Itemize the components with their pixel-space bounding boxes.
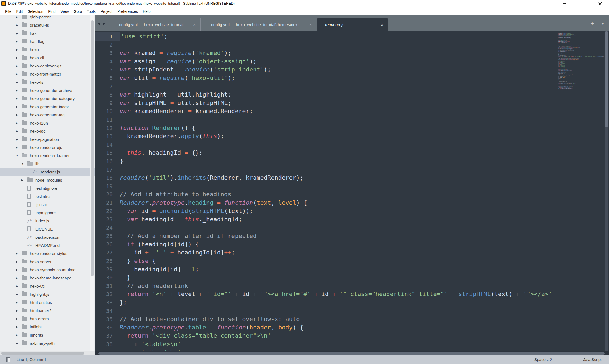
chevron-right-icon[interactable]: ▶	[16, 73, 22, 76]
menu-item-file[interactable]: File	[3, 8, 14, 15]
tree-item--eslintrc[interactable]: .eslintrc	[0, 192, 95, 200]
tab--config-yml-hexo-website-tutorial-themes-next[interactable]: _config.yml — hexo_website_tutorial\them…	[201, 18, 317, 31]
chevron-right-icon[interactable]: ▶	[16, 146, 22, 149]
chevron-down-icon[interactable]: ▼	[21, 162, 27, 165]
tab-close-icon[interactable]: ×	[303, 22, 312, 27]
menu-item-project[interactable]: Project	[98, 8, 115, 15]
tree-item-hexo-generator-archive[interactable]: ▶hexo-generator-archive	[0, 86, 95, 94]
tree-item-hexo-deployer-git[interactable]: ▶hexo-deployer-git	[0, 62, 95, 70]
tree-item-lib[interactable]: ▼lib	[0, 160, 95, 168]
chevron-right-icon[interactable]: ▶	[16, 317, 22, 320]
tree-item-index-js[interactable]: /*index.js	[0, 217, 95, 225]
tree-item-htmlparser2[interactable]: ▶htmlparser2	[0, 306, 95, 315]
tree-item-highlight-js[interactable]: ▶highlight.js	[0, 290, 95, 298]
tree-item-html-entities[interactable]: ▶html-entities	[0, 298, 95, 306]
tree-item-hexo-util[interactable]: ▶hexo-util	[0, 282, 95, 290]
tree-item-is-binary-path[interactable]: ▶is-binary-path	[0, 339, 95, 347]
menu-item-preferences[interactable]: Preferences	[115, 8, 140, 15]
sidebar-horizontal-scrollbar-thumb[interactable]	[1, 352, 84, 355]
tree-item-readme-md[interactable]: <>README.md	[0, 241, 95, 249]
tree-item-glob-parent[interactable]: ▶glob-parent	[0, 15, 95, 21]
menu-item-tools[interactable]: Tools	[84, 8, 98, 15]
chevron-right-icon[interactable]: ▶	[16, 334, 22, 337]
tree-item-hexo-pagination[interactable]: ▶hexo-pagination	[0, 135, 95, 143]
next-tab-arrow-icon[interactable]: ▶	[103, 21, 106, 26]
sidebar-vertical-scrollbar[interactable]	[90, 15, 94, 351]
tree-item-hexo-server[interactable]: ▶hexo-server	[0, 257, 95, 266]
chevron-right-icon[interactable]: ▶	[16, 105, 22, 108]
tree-item-http-errors[interactable]: ▶http-errors	[0, 315, 95, 323]
menu-item-edit[interactable]: Edit	[14, 8, 25, 15]
chevron-right-icon[interactable]: ▶	[16, 122, 22, 125]
chevron-right-icon[interactable]: ▶	[16, 40, 22, 43]
tree-item-license[interactable]: LICENSE	[0, 225, 95, 233]
editor-horizontal-scrollbar-thumb[interactable]	[98, 352, 605, 355]
tree-item-hexo-log[interactable]: ▶hexo-log	[0, 127, 95, 135]
tree-item-inflight[interactable]: ▶inflight	[0, 323, 95, 331]
chevron-right-icon[interactable]: ▶	[16, 81, 22, 84]
tree-item-hexo-generator-index[interactable]: ▶hexo-generator-index	[0, 102, 95, 111]
tab-active-renderer-js[interactable]: renderer.js×	[317, 18, 388, 31]
chevron-right-icon[interactable]: ▶	[21, 179, 27, 182]
chevron-right-icon[interactable]: ▶	[16, 32, 22, 35]
sidebar-horizontal-scrollbar[interactable]	[0, 351, 95, 355]
new-tab-icon[interactable]: +	[590, 20, 594, 27]
tree-item-hexo-i18n[interactable]: ▶hexo-i18n	[0, 119, 95, 127]
chevron-right-icon[interactable]: ▶	[16, 293, 22, 296]
chevron-right-icon[interactable]: ▶	[16, 276, 22, 279]
chevron-right-icon[interactable]: ▶	[16, 301, 22, 304]
chevron-right-icon[interactable]: ▶	[16, 15, 22, 18]
tree-item-inherits[interactable]: ▶inherits	[0, 331, 95, 339]
tree-item-hexo-front-matter[interactable]: ▶hexo-front-matter	[0, 70, 95, 78]
chevron-right-icon[interactable]: ▶	[16, 325, 22, 328]
chevron-right-icon[interactable]: ▶	[16, 56, 22, 59]
chevron-right-icon[interactable]: ▶	[16, 138, 22, 141]
prev-tab-arrow-icon[interactable]: ◀	[97, 21, 100, 26]
tree-item-hexo-cli[interactable]: ▶hexo-cli	[0, 54, 95, 62]
menu-item-selection[interactable]: Selection	[25, 8, 46, 15]
tree-item-hexo-renderer-ejs[interactable]: ▶hexo-renderer-ejs	[0, 143, 95, 151]
tree-item-renderer-js[interactable]: /*renderer.js	[0, 168, 95, 176]
sidebar-vertical-scrollbar-thumb[interactable]	[91, 20, 94, 276]
tree-item-hexo[interactable]: ▶hexo	[0, 45, 95, 54]
chevron-right-icon[interactable]: ▶	[16, 113, 22, 116]
tree-item-node-modules[interactable]: ▶node_modules	[0, 176, 95, 184]
chevron-down-icon[interactable]: ▼	[16, 154, 22, 157]
indent-settings-status[interactable]: Spaces: 2	[534, 357, 552, 362]
restore-button[interactable]	[573, 0, 591, 7]
tree-item--eslintignore[interactable]: .eslintignore	[0, 184, 95, 192]
chevron-right-icon[interactable]: ▶	[16, 309, 22, 312]
menu-item-view[interactable]: View	[58, 8, 71, 15]
tab-close-icon[interactable]: ×	[375, 22, 383, 27]
chevron-right-icon[interactable]: ▶	[16, 268, 22, 271]
editor-vertical-scrollbar-thumb[interactable]	[605, 31, 608, 127]
tree-item--jscsrc[interactable]: .jscsrc	[0, 200, 95, 209]
chevron-right-icon[interactable]: ▶	[16, 260, 22, 263]
tree-item-package-json[interactable]: /*package.json	[0, 233, 95, 241]
chevron-right-icon[interactable]: ▶	[16, 89, 22, 92]
chevron-right-icon[interactable]: ▶	[16, 97, 22, 100]
chevron-right-icon[interactable]: ▶	[16, 48, 22, 51]
tree-item-has[interactable]: ▶has	[0, 29, 95, 37]
tab--config-yml-hexo-website-tutorial[interactable]: _config.yml — hexo_website_tutorial×	[109, 18, 201, 31]
tree-item-has-flag[interactable]: ▶has-flag	[0, 37, 95, 45]
menu-item-find[interactable]: Find	[46, 8, 58, 15]
syntax-status[interactable]: JavaScript	[583, 357, 602, 362]
tree-item-hexo-renderer-stylus[interactable]: ▶hexo-renderer-stylus	[0, 249, 95, 257]
panel-toggle-icon[interactable]	[6, 357, 10, 362]
tree-item-hexo-generator-category[interactable]: ▶hexo-generator-category	[0, 94, 95, 102]
close-button[interactable]	[591, 0, 609, 7]
menu-item-goto[interactable]: Goto	[71, 8, 84, 15]
code-area[interactable]: 'use strict';var kramed = require('krame…	[120, 32, 556, 351]
chevron-right-icon[interactable]: ▶	[16, 285, 22, 288]
minimize-button[interactable]	[555, 0, 573, 7]
chevron-right-icon[interactable]: ▶	[16, 130, 22, 133]
chevron-right-icon[interactable]: ▶	[16, 342, 22, 345]
tree-item--npmignore[interactable]: .npmignore	[0, 209, 95, 217]
menu-item-help[interactable]: Help	[140, 8, 153, 15]
tree-item-hexo-generator-tag[interactable]: ▶hexo-generator-tag	[0, 111, 95, 119]
tab-overflow-icon[interactable]: ▼	[601, 21, 605, 26]
tree-item-hexo-renderer-kramed[interactable]: ▼hexo-renderer-kramed	[0, 151, 95, 160]
minimap[interactable]: 'use strict';var kramed = require('krame…	[558, 32, 604, 350]
chevron-right-icon[interactable]: ▶	[16, 64, 22, 67]
